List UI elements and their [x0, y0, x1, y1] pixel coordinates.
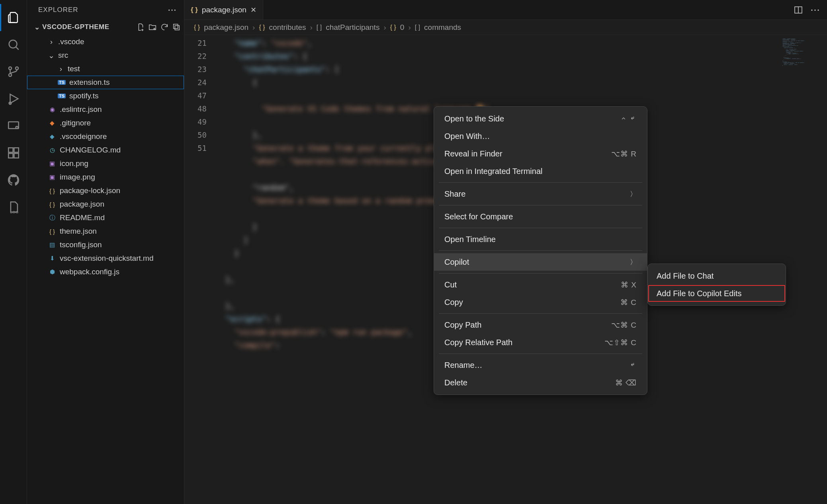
breadcrumb-item[interactable]: 0: [400, 23, 405, 32]
ctx-open-side[interactable]: Open to the Side: [434, 110, 647, 127]
svg-point-1: [8, 67, 11, 70]
breadcrumb-item[interactable]: commands: [424, 23, 461, 32]
github-icon: [7, 173, 20, 187]
tab-package-json[interactable]: { } package.json ✕: [184, 0, 263, 20]
ctx-rename[interactable]: Rename…: [434, 356, 647, 374]
tree-file-eslintrc[interactable]: ◉ .eslintrc.json: [27, 103, 184, 116]
svg-rect-8: [8, 153, 13, 158]
activity-log[interactable]: LOG: [0, 193, 27, 221]
svg-point-2: [8, 74, 11, 76]
separator: [439, 273, 642, 273]
tree-file-pkg[interactable]: { } package.json: [27, 197, 184, 211]
sub-add-chat[interactable]: Add File to Chat: [648, 267, 786, 285]
svg-rect-9: [14, 153, 18, 158]
tree-label: package-lock.json: [60, 186, 120, 195]
ctx-shortcut: ⌥⌘ C: [611, 320, 637, 330]
json-icon: { }: [48, 188, 57, 194]
chevron-right-icon: ›: [48, 37, 55, 46]
tree-label: package.json: [60, 200, 104, 209]
remote-icon: [7, 119, 20, 133]
ts-icon: TS: [58, 94, 66, 98]
breadcrumb-item[interactable]: package.json: [204, 23, 248, 32]
ctx-share[interactable]: Share 〉: [434, 185, 647, 203]
ctx-terminal[interactable]: Open in Integrated Terminal: [434, 162, 647, 180]
close-icon[interactable]: ✕: [250, 6, 256, 14]
ctx-delete[interactable]: Delete ⌘ ⌫: [434, 374, 647, 391]
tree-file-spotify[interactable]: TS spotify.ts: [27, 89, 184, 103]
ctx-copypath[interactable]: Copy Path ⌥⌘ C: [434, 316, 647, 334]
copilot-submenu: Add File to Chat Add File to Copilot Edi…: [647, 264, 786, 306]
activity-debug[interactable]: [0, 85, 27, 112]
ctx-copyrelpath[interactable]: Copy Relative Path ⌥⇧⌘ C: [434, 334, 647, 351]
ctx-label: Copilot: [444, 258, 469, 267]
ctx-label: Reveal in Finder: [444, 149, 502, 158]
tree-file-quickstart[interactable]: ⬇ vsc-extension-quickstart.md: [27, 252, 184, 265]
tree-file-pkglock[interactable]: { } package-lock.json: [27, 184, 184, 197]
chevron-down-icon: ⌄: [48, 51, 55, 60]
tree-file-changelog[interactable]: ◷ CHANGELOG.md: [27, 143, 184, 157]
folder-header[interactable]: ⌄ VSCODE-GPTHEME: [27, 20, 184, 34]
line-number: 24: [184, 76, 207, 89]
tree-label: test: [68, 64, 80, 73]
tree-file-readme[interactable]: ⓘ README.md: [27, 211, 184, 225]
tree-label: .eslintrc.json: [60, 105, 102, 114]
tree-file-vscodeignore[interactable]: ◆ .vscodeignore: [27, 130, 184, 143]
separator: [439, 250, 642, 251]
info-icon: ⓘ: [48, 214, 57, 222]
activity-search[interactable]: [0, 31, 27, 58]
ctx-label: Rename…: [444, 361, 483, 370]
new-file-icon[interactable]: [136, 23, 145, 31]
collapse-icon[interactable]: [172, 23, 181, 31]
activity-github[interactable]: [0, 166, 27, 193]
image-icon: ▣: [48, 174, 57, 181]
ctx-copilot[interactable]: Copilot 〉: [434, 253, 647, 271]
ctx-reveal[interactable]: Reveal in Finder ⌥⌘ R: [434, 145, 647, 162]
ctx-label: Select for Compare: [444, 212, 513, 221]
tree-file-imagepng[interactable]: ▣ image.png: [27, 170, 184, 184]
new-folder-icon[interactable]: [148, 23, 157, 31]
tree-file-webpack[interactable]: ⬢ webpack.config.js: [27, 265, 184, 279]
activity-remote[interactable]: [0, 112, 27, 139]
line-number: 21: [184, 37, 207, 50]
sidebar-more-icon[interactable]: ⋯: [168, 5, 177, 15]
tree-file-gitignore[interactable]: ◆ .gitignore: [27, 116, 184, 130]
svg-rect-13: [175, 25, 179, 30]
breadcrumb[interactable]: { } package.json › { } contributes › [ ]…: [184, 20, 827, 35]
ctx-cut[interactable]: Cut ⌘ X: [434, 276, 647, 293]
refresh-icon[interactable]: [160, 23, 169, 31]
search-icon: [7, 38, 20, 51]
tree-folder-src[interactable]: ⌄ src: [27, 49, 184, 62]
breadcrumb-item[interactable]: chatParticipants: [326, 23, 379, 32]
tab-label: package.json: [202, 6, 246, 14]
tabs-row: { } package.json ✕ ⋯: [184, 0, 827, 20]
breadcrumb-item[interactable]: contributes: [269, 23, 306, 32]
tree-label: webpack.config.js: [60, 268, 119, 276]
tree-file-theme[interactable]: { } theme.json: [27, 225, 184, 238]
separator: [439, 313, 642, 314]
ctx-label: Open Timeline: [444, 235, 496, 244]
ctx-shortcut: ⌘ C: [620, 298, 637, 307]
ctx-open-with[interactable]: Open With…: [434, 127, 647, 145]
tsconfig-icon: ▤: [48, 241, 57, 248]
tree-label: src: [58, 51, 68, 60]
tree-file-iconpng[interactable]: ▣ icon.png: [27, 157, 184, 170]
tree-folder-vscode[interactable]: › .vscode: [27, 35, 184, 49]
tree-file-tsconfig[interactable]: ▤ tsconfig.json: [27, 238, 184, 252]
sub-add-edits[interactable]: Add File to Copilot Edits: [648, 285, 786, 302]
tree-label: icon.png: [60, 159, 88, 168]
ctx-copy[interactable]: Copy ⌘ C: [434, 293, 647, 311]
tree-file-extension[interactable]: TS extension.ts: [27, 76, 184, 89]
activity-scm[interactable]: [0, 58, 27, 85]
ctx-label: Share: [444, 189, 465, 199]
array-icon: [ ]: [317, 24, 322, 31]
ctx-compare[interactable]: Select for Compare: [434, 208, 647, 225]
vscode-icon: ◆: [48, 133, 57, 140]
debug-icon: [7, 92, 20, 105]
editor-more-icon[interactable]: ⋯: [810, 4, 820, 16]
activity-extensions[interactable]: [0, 139, 27, 166]
tree-folder-test[interactable]: › test: [27, 62, 184, 76]
json-icon: { }: [194, 24, 200, 31]
activity-explorer[interactable]: [0, 4, 27, 31]
split-editor-icon[interactable]: [794, 5, 803, 15]
ctx-timeline[interactable]: Open Timeline: [434, 231, 647, 248]
